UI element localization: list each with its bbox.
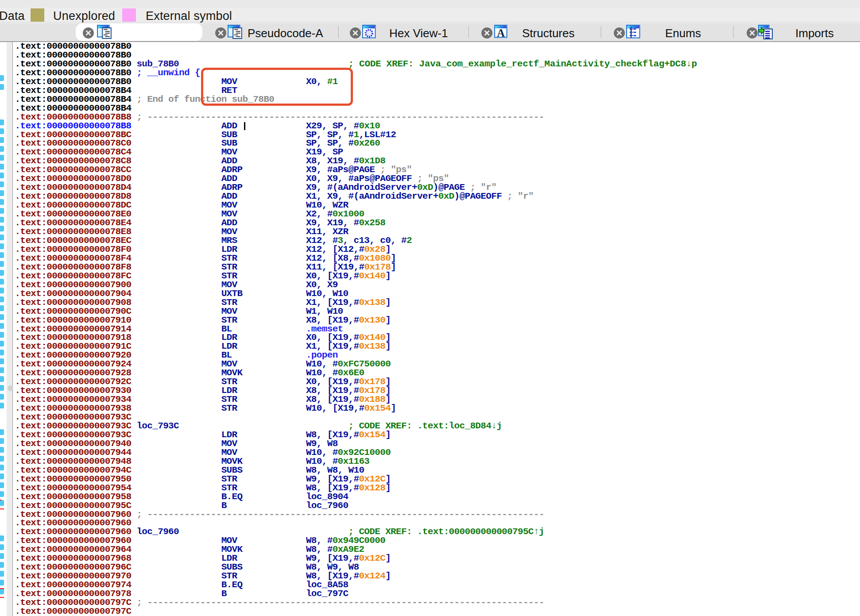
svg-text:A: A [496,27,504,38]
